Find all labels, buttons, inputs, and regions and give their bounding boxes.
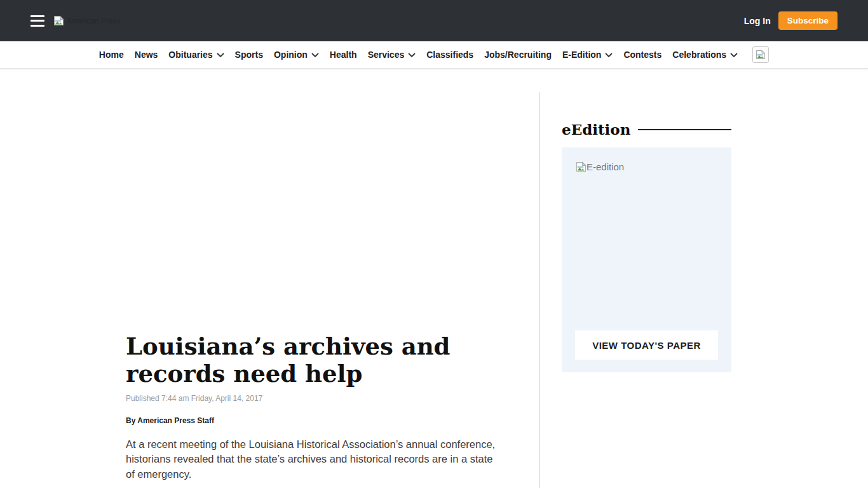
byline: By American Press Staff xyxy=(126,416,507,425)
nav-item-opinion[interactable]: Opinion xyxy=(274,50,319,60)
broken-image-icon xyxy=(756,50,766,60)
chevron-down-icon xyxy=(408,53,416,58)
hamburger-menu-icon[interactable] xyxy=(31,15,44,27)
chevron-down-icon xyxy=(311,53,319,58)
broken-image-icon xyxy=(576,161,587,172)
nav-item-classifieds[interactable]: Classifieds xyxy=(426,50,473,60)
view-todays-paper-button[interactable]: VIEW TODAY'S PAPER xyxy=(575,330,718,360)
nav-item-e-edition[interactable]: E-Edition xyxy=(562,50,613,60)
chevron-down-icon xyxy=(730,53,738,58)
sidebar-heading: eEdition xyxy=(562,121,630,138)
eedition-promo-box: E-edition VIEW TODAY'S PAPER xyxy=(562,147,731,372)
search-image-button[interactable] xyxy=(752,46,769,63)
nav-item-contests[interactable]: Contests xyxy=(623,50,661,60)
nav-item-jobs-recruiting[interactable]: Jobs/Recruiting xyxy=(484,50,552,60)
column-divider xyxy=(539,92,539,488)
log-in-link[interactable]: Log In xyxy=(744,16,771,26)
article-title: Louisiana’s archives and records need he… xyxy=(126,333,482,388)
heading-rule xyxy=(638,129,731,130)
subscribe-button[interactable]: Subscribe xyxy=(778,11,837,30)
nav-item-health[interactable]: Health xyxy=(330,50,357,60)
article-paragraph: At a recent meeting of the Louisiana His… xyxy=(126,437,499,483)
nav-item-celebrations[interactable]: Celebrations xyxy=(672,50,738,60)
chevron-down-icon xyxy=(605,53,613,58)
nav-item-news[interactable]: News xyxy=(135,50,158,60)
eedition-image-alt-text: E-edition xyxy=(587,161,624,172)
nav-item-services[interactable]: Services xyxy=(368,50,416,60)
site-logo[interactable]: American Press xyxy=(53,15,121,26)
topbar: American Press Log In Subscribe xyxy=(0,0,868,41)
logo-alt-text: American Press xyxy=(67,17,121,25)
sidebar-eedition: eEdition E-edition VIEW TODAY'S PAPER xyxy=(562,121,731,372)
nav-item-sports[interactable]: Sports xyxy=(235,50,263,60)
article: Louisiana’s archives and records need he… xyxy=(126,333,507,482)
broken-image-icon xyxy=(53,15,64,26)
sidebar-heading-row: eEdition xyxy=(562,121,731,138)
main-nav: Home News Obituaries Sports Opinion Heal… xyxy=(0,41,868,69)
eedition-image-placeholder[interactable]: E-edition xyxy=(576,161,717,172)
nav-item-obituaries[interactable]: Obituaries xyxy=(168,50,224,60)
chevron-down-icon xyxy=(217,53,224,58)
nav-item-home[interactable]: Home xyxy=(99,50,124,60)
published-timestamp: Published 7:44 am Friday, April 14, 2017 xyxy=(126,394,507,403)
